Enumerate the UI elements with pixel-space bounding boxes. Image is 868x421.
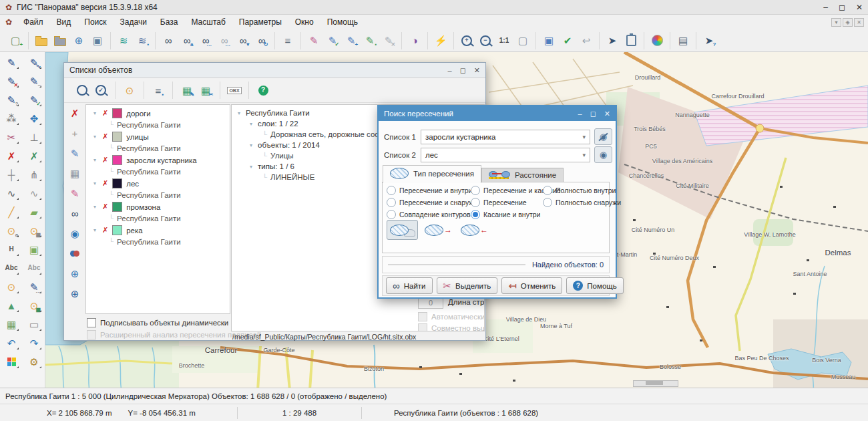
table-edit2-button[interactable]: ▦✂: [197, 82, 214, 99]
select-area-button[interactable]: ▣: [25, 241, 43, 258]
legend-item-map[interactable]: └Республика Гаити: [86, 213, 230, 224]
legend-colors-button[interactable]: [2, 353, 21, 370]
search-object-button[interactable]: ∞▾: [234, 32, 252, 49]
highlight-button[interactable]: ⊙: [121, 82, 138, 99]
legend-item[interactable]: ▾✗промзона: [86, 201, 230, 213]
intersection-type-radio[interactable]: Полностью снаружи: [543, 198, 621, 207]
table-edit-button[interactable]: ▦✎: [178, 82, 196, 99]
print-button[interactable]: ▤: [674, 32, 692, 49]
remove-item-icon[interactable]: ✗: [102, 202, 108, 211]
search-by-name-button[interactable]: ∞a: [178, 32, 196, 49]
menu-item[interactable]: Окно: [288, 16, 320, 28]
intersection-type-radio[interactable]: Совпадение контуров: [387, 210, 468, 219]
map-horizontal-scrollbar[interactable]: [633, 380, 678, 387]
flashlight-button[interactable]: ⊙a: [2, 222, 21, 239]
remove-list-button[interactable]: ✗: [67, 106, 83, 120]
legend-item[interactable]: ▾✗улицы: [86, 131, 230, 142]
mdi-window-button[interactable]: ▾: [831, 18, 841, 27]
object-props-button[interactable]: [622, 32, 640, 49]
find-button[interactable]: ∞Найти: [386, 277, 433, 294]
open-map-button[interactable]: [33, 32, 50, 49]
menu-item[interactable]: Параметры: [232, 16, 288, 28]
mdi-window-button[interactable]: ✕: [854, 18, 864, 27]
menu-item[interactable]: Помощь: [320, 16, 365, 28]
undo-button[interactable]: ↶: [2, 334, 21, 352]
chart-button[interactable]: ▲: [2, 297, 21, 314]
remove-item-icon[interactable]: ✗: [102, 109, 108, 118]
layer-legend-button[interactable]: ≋▪: [134, 32, 151, 49]
pen-button[interactable]: ✎: [2, 53, 21, 71]
context-help-button[interactable]: ➤?: [700, 32, 718, 49]
list2-combobox[interactable]: лес: [421, 148, 590, 162]
intersection-type-radio[interactable]: Полностью внутри: [543, 186, 621, 195]
close-icon[interactable]: ✕: [856, 3, 863, 12]
scissors-button[interactable]: ✂: [2, 128, 21, 146]
dialog-close-icon[interactable]: ✕: [604, 110, 610, 118]
area-button[interactable]: ▰: [25, 203, 43, 221]
previous-view-button[interactable]: ↩: [578, 32, 595, 49]
edit-check-button[interactable]: ✎✓: [324, 32, 341, 49]
mdi-window-button[interactable]: ◈: [843, 18, 853, 27]
dialog-close-icon[interactable]: ✕: [474, 66, 480, 75]
pen-dots-button[interactable]: ✎…: [25, 278, 43, 295]
zoom-out-button[interactable]: −: [477, 32, 494, 49]
node-button[interactable]: ┼: [2, 166, 21, 183]
search-button[interactable]: ∞: [160, 32, 177, 49]
pen-cut-button[interactable]: ✎✕: [2, 72, 21, 90]
edit-green-button[interactable]: ✎▪: [361, 32, 379, 49]
remove-item-icon[interactable]: ✗: [102, 179, 108, 188]
paint-list-button[interactable]: ✎: [67, 186, 83, 200]
menu-item[interactable]: Задачи: [114, 16, 154, 28]
cards-button[interactable]: ▦: [2, 315, 21, 333]
pen-query-button[interactable]: ✎?: [2, 91, 21, 108]
cancel-button[interactable]: ↤Отменить: [501, 277, 562, 294]
copy-map-list-button[interactable]: ▣: [89, 32, 106, 49]
menu-item[interactable]: База: [154, 16, 185, 28]
topology-button[interactable]: ⋔: [25, 166, 43, 183]
edit-create-button[interactable]: ✎: [305, 32, 322, 49]
select-button[interactable]: ✂Выделить: [437, 277, 498, 294]
menu-item[interactable]: Файл: [17, 16, 50, 28]
add-list-button[interactable]: +: [67, 126, 83, 140]
screen-view-button[interactable]: ▣: [540, 32, 558, 49]
remove-item-icon[interactable]: ✗: [102, 226, 108, 235]
find-list-button[interactable]: ∞: [67, 206, 83, 221]
color-settings-button[interactable]: [648, 32, 666, 49]
edit-disabled-button[interactable]: ✎✕: [380, 32, 397, 49]
obx-export-button[interactable]: OBX: [226, 82, 243, 99]
layers-button[interactable]: ≋: [115, 32, 132, 49]
variant-overlap-button[interactable]: [387, 220, 418, 240]
legend-item-map[interactable]: └Республика Гаити: [86, 142, 230, 154]
legend-list-panel[interactable]: ▾✗дороги└Республика Гаити▾✗улицы└Республ…: [85, 104, 230, 314]
select-confirm-button[interactable]: ✔: [559, 32, 576, 49]
view-list-button[interactable]: ◉: [67, 226, 83, 241]
legend-item-map[interactable]: └Республика Гаити: [86, 236, 230, 247]
legend-item[interactable]: ▾✗заросли кустарника: [86, 154, 230, 166]
redo-button[interactable]: ↷: [25, 334, 43, 352]
menu-item[interactable]: Масштаб: [184, 16, 232, 28]
menu-item[interactable]: Поиск: [77, 16, 113, 28]
open-database-button[interactable]: [51, 32, 69, 49]
intersection-type-radio[interactable]: Касание и внутри: [471, 210, 540, 219]
legend-item[interactable]: ▾✗дороги: [86, 108, 230, 119]
flashlight-select-button[interactable]: ⊙▦: [25, 222, 43, 239]
delete-button[interactable]: ✗: [2, 147, 21, 164]
minimize-icon[interactable]: –: [823, 3, 828, 12]
list2-visibility-button[interactable]: [594, 146, 612, 163]
search-selected-button[interactable]: ∞…: [197, 32, 214, 49]
maximize-icon[interactable]: ◻: [839, 3, 845, 12]
globe-dark-button[interactable]: ⊕: [67, 286, 83, 301]
dialog-maximize-icon[interactable]: ◻: [590, 110, 596, 118]
help-button[interactable]: ?Помощь: [566, 277, 623, 294]
user-layers-button[interactable]: ◑: [406, 32, 423, 49]
zoom-in-button[interactable]: +: [458, 32, 475, 49]
list1-visibility-button[interactable]: [594, 128, 612, 145]
object-list-button[interactable]: ≡: [279, 32, 296, 49]
spline2-button[interactable]: ∿: [25, 184, 43, 202]
dialog-minimize-icon[interactable]: –: [578, 110, 582, 118]
legend-item-map[interactable]: └Республика Гаити: [86, 166, 230, 177]
new-map-button[interactable]: ▢+: [7, 32, 24, 49]
search-area-button[interactable]: ✓: [92, 82, 110, 99]
abc-label-button[interactable]: Abc: [2, 259, 21, 277]
ruler-button[interactable]: ╱: [2, 203, 21, 221]
